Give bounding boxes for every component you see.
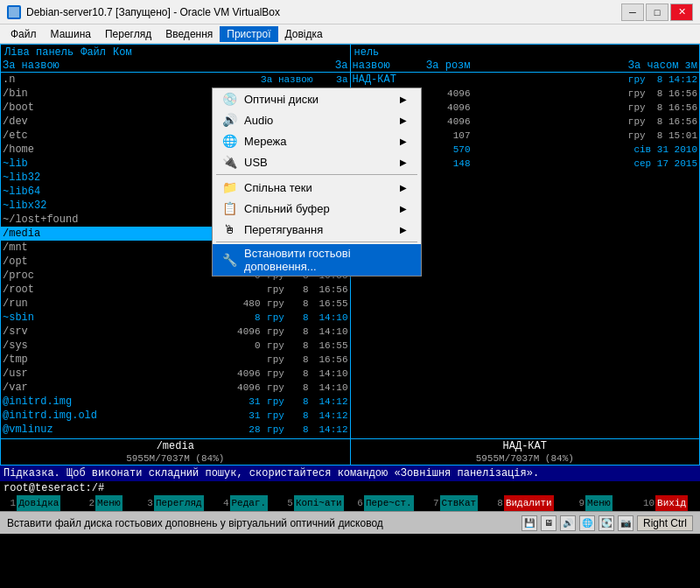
right-col-size: За розм [423, 60, 471, 72]
list-item: @initrd.img.old31гру814:12 [1, 409, 350, 423]
fkey-4[interactable]: 4Редаг. [210, 495, 280, 511]
optical-discs-label: Оптичні диски [244, 93, 393, 106]
list-item: /srv4096гру814:10 [1, 325, 350, 339]
menu-audio[interactable]: 🔊 Audio ▶ [213, 109, 421, 130]
panel-headers: Ліва панель Файл Ком нель [0, 44, 700, 60]
network-icon: 🌐 [220, 133, 239, 149]
minimize-button[interactable]: ─ [621, 4, 644, 21]
drag-drop-icon: 🖱 [220, 221, 239, 237]
list-item: /var4096гру814:10 [1, 381, 350, 395]
menu-separator-1 [216, 174, 417, 175]
command-input[interactable] [104, 482, 696, 494]
window-icon [7, 5, 21, 19]
status-icon-3: 🔊 [560, 515, 576, 531]
maximize-button[interactable]: □ [646, 4, 668, 21]
fkey-9[interactable]: 9Меню [560, 495, 630, 511]
statusbar: Вставити файл диска гостьових доповнень … [0, 511, 700, 534]
right-panel-header: нель [354, 46, 380, 59]
folder-icon: 📁 [220, 179, 239, 195]
menu-devices[interactable]: Пристрої [220, 26, 277, 42]
left-panel-kom: Ком [113, 46, 132, 59]
install-additions-label: Встановити гостьові доповнення... [244, 247, 407, 273]
hint-text: Підказка. Щоб виконати складний пошук, с… [4, 467, 539, 480]
left-col-headers: За назвою За [1, 60, 350, 73]
status-icon-4: 🌐 [579, 515, 595, 531]
window-title: Debian-server10.7 [Запущено] - Oracle VM… [26, 6, 621, 18]
menu-shared-folders[interactable]: 📁 Спільна теки ▶ [213, 177, 421, 198]
svg-rect-0 [9, 7, 19, 18]
left-col-size: За [304, 60, 348, 72]
submenu-arrow: ▶ [400, 183, 407, 192]
menu-optical-discs[interactable]: 💿 Оптичні диски ▶ [213, 88, 421, 109]
menu-input[interactable]: Введення [158, 26, 220, 42]
list-item: /sys0гру816:55 [1, 339, 350, 353]
list-item: /run480гру816:55 [1, 297, 350, 311]
list-item: /tmpгру816:56 [1, 353, 350, 367]
status-icons: 💾 🖥 🔊 🌐 💽 📷 Right Ctrl [522, 515, 693, 531]
shared-clipboard-label: Спільний буфер [244, 202, 393, 215]
submenu-arrow: ▶ [400, 116, 407, 125]
submenu-arrow: ▶ [400, 225, 407, 234]
menu-usb[interactable]: 🔌 USB ▶ [213, 151, 421, 172]
clipboard-icon: 📋 [220, 200, 239, 216]
menu-help[interactable]: Довідка [278, 26, 330, 42]
close-button[interactable]: ✕ [670, 4, 693, 21]
fkey-8[interactable]: 8Видалити [490, 495, 560, 511]
left-panel-subheader: Файл [80, 46, 106, 59]
list-item: @initrd.img31гру814:12 [1, 395, 350, 409]
list-item: НАД-КАТ гру 8 14:12 [351, 73, 700, 87]
left-panel-header: Ліва панель [4, 46, 74, 59]
right-disk-info: 5955M/7037M (84%) [351, 452, 700, 465]
drag-drop-label: Перетягування [244, 223, 393, 236]
left-col-name: За назвою [3, 60, 304, 72]
audio-icon: 🔊 [220, 112, 239, 128]
info-bar: Підказка. Щоб виконати складний пошук, с… [0, 466, 700, 481]
menu-view[interactable]: Перегляд [98, 26, 158, 42]
menu-shared-clipboard[interactable]: 📋 Спільний буфер ▶ [213, 198, 421, 219]
fkey-3[interactable]: 3Перегляд [140, 495, 210, 511]
status-text: Вставити файл диска гостьових доповнень … [7, 517, 522, 529]
menu-machine[interactable]: Машина [44, 26, 98, 42]
function-keys-bar: 1Довідка 2Меню 3Перегляд 4Редаг. 5Копі~а… [0, 495, 700, 511]
list-item: .n За назвою За [1, 73, 350, 87]
list-item: /usr4096гру814:10 [1, 367, 350, 381]
list-item: /rootгру816:56 [1, 283, 350, 297]
fkey-6[interactable]: 6Пере~ст. [350, 495, 420, 511]
right-col-date: За часом зм [471, 60, 698, 72]
status-icon-6: 📷 [618, 515, 634, 531]
titlebar: Debian-server10.7 [Запущено] - Oracle VM… [0, 0, 700, 24]
optical-disc-icon: 💿 [220, 91, 239, 107]
submenu-arrow: ▶ [400, 204, 407, 214]
status-icon-2: 🖥 [541, 515, 556, 531]
fkey-1[interactable]: 1Довідка [0, 495, 70, 511]
list-item: @vmlinuz28гру814:12 [1, 423, 350, 437]
list-item: ~sbin8гру814:10 [1, 311, 350, 325]
fkey-7[interactable]: 7СтвКат [420, 495, 490, 511]
usb-label: USB [244, 156, 393, 169]
right-col-headers: назвою За розм За часом зм [351, 60, 700, 73]
submenu-arrow: ▶ [400, 136, 407, 146]
fkey-10[interactable]: 10Вихід [630, 495, 700, 511]
submenu-arrow: ▶ [400, 94, 407, 104]
menu-file[interactable]: Файл [4, 26, 44, 42]
dropdown: 💿 Оптичні диски ▶ 🔊 Audio ▶ 🌐 Мережа ▶ 🔌… [212, 88, 422, 276]
audio-label: Audio [244, 114, 393, 127]
submenu-arrow: ▶ [400, 158, 407, 167]
fkey-2[interactable]: 2Меню [70, 495, 140, 511]
usb-icon: 🔌 [220, 154, 239, 170]
window-controls: ─ □ ✕ [621, 4, 693, 21]
shared-folders-label: Спільна теки [244, 181, 393, 194]
status-icon-1: 💾 [522, 515, 537, 531]
menu-install-additions[interactable]: 🔧 Встановити гостьові доповнення... [213, 244, 421, 276]
vm-display: Ліва панель Файл Ком нель За назвою За .… [0, 44, 700, 511]
right-ctrl-indicator: Right Ctrl [637, 515, 693, 531]
prompt-text: root@teseract:/# [4, 482, 104, 494]
network-label: Мережа [244, 135, 393, 148]
install-icon: 🔧 [220, 252, 239, 268]
menu-network[interactable]: 🌐 Мережа ▶ [213, 130, 421, 151]
right-panel-path: НАД-КАТ [351, 438, 700, 452]
left-panel-path: /media [1, 438, 350, 452]
fkey-5[interactable]: 5Копі~ати [280, 495, 350, 511]
menu-drag-drop[interactable]: 🖱 Перетягування ▶ [213, 219, 421, 240]
menubar: Файл Машина Перегляд Введення Пристрої Д… [0, 24, 700, 44]
